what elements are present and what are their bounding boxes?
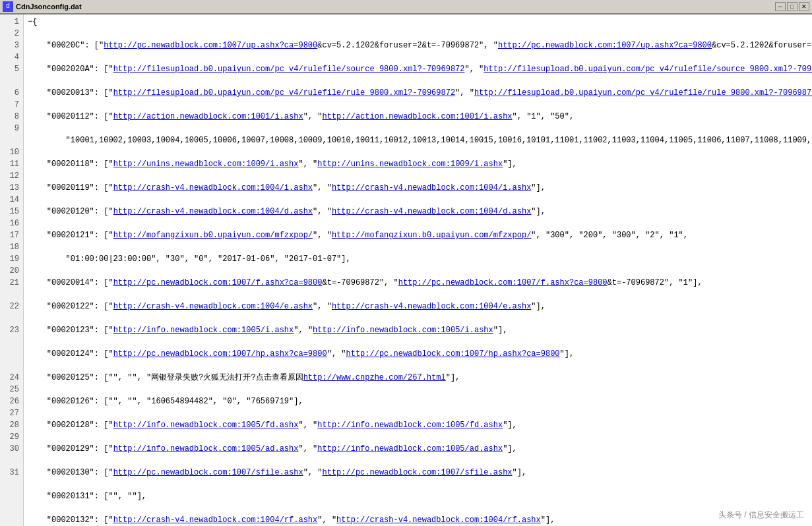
url-link[interactable]: http://info.newadblock.com:1005/i.ashx <box>313 326 493 335</box>
watermark: 头条号 / 信息安全搬运工 <box>716 508 807 522</box>
line-content: "00020128": ["http://info.newadblock.com… <box>28 419 808 431</box>
line-content: "00020122": ["http://crash-v4.newadblock… <box>28 301 808 312</box>
line-content: "00020129": ["http://info.newadblock.com… <box>28 443 808 455</box>
line-content: "00020123": ["http://info.newadblock.com… <box>28 324 808 336</box>
url-link[interactable]: http://action.newadblock.com:1001/i.ashx <box>322 112 512 121</box>
url-link[interactable]: http://crash-v4.newadblock.com:1004/rf.a… <box>336 515 541 525</box>
line-content: "0002020A": ["http://filesupload.b0.upai… <box>28 63 808 75</box>
url-link[interactable]: http://crash-v4.newadblock.com:1004/e.as… <box>332 302 531 311</box>
url-link[interactable]: http://filesupload.b0.upaiyun.com/pc_v4/… <box>113 65 465 74</box>
line-content: "00020118": ["http://unins.newadblock.co… <box>28 158 808 170</box>
line-content: "01:00:00|23:00:00", "30", "0", "2017-01… <box>28 253 808 265</box>
url-link[interactable]: http://pc.newadblock.com:1007/f.ashx?ca=… <box>113 278 323 287</box>
line-content: "00020121": ["http://mofangzixun.b0.upai… <box>28 229 808 241</box>
url-link[interactable]: http://pc.newadblock.com:1007/sfile.ashx <box>113 468 303 477</box>
url-link[interactable]: http://pc.newadblock.com:1007/up.ashx?ca… <box>104 41 317 50</box>
line-content: "00020013": ["http://filesupload.b0.upai… <box>28 87 808 99</box>
url-link[interactable]: http://pc.newadblock.com:1007/f.ashx?ca=… <box>398 278 608 287</box>
line-content: "00020132": ["http://crash-v4.newadblock… <box>28 514 808 526</box>
url-link[interactable]: http://crash-v4.newadblock.com:1004/e.as… <box>113 302 313 311</box>
maximize-button[interactable]: □ <box>787 2 797 11</box>
url-link[interactable]: http://info.newadblock.com:1005/i.ashx <box>113 326 294 335</box>
line-content: "00020120": ["http://crash-v4.newadblock… <box>28 206 808 218</box>
url-link[interactable]: http://pc.newadblock.com:1007/up.ashx?ca… <box>498 41 712 50</box>
line-content: "00020119": ["http://crash-v4.newadblock… <box>28 182 808 194</box>
line-content: "00020126": ["", "", "160654894482", "0"… <box>28 395 808 407</box>
url-link[interactable]: http://mofangzixun.b0.upaiyun.com/mfzxpo… <box>113 231 313 240</box>
line-content: "00020124": ["http://pc.newadblock.com:1… <box>28 348 808 360</box>
line-content: "00020112": ["http://action.newadblock.c… <box>28 111 808 123</box>
url-link[interactable]: http://info.newadblock.com:1005/ad.ashx <box>317 444 503 453</box>
url-link[interactable]: http://crash-v4.newadblock.com:1004/rf.a… <box>113 515 318 525</box>
title-text: CdnJsonconfig.dat <box>16 3 775 11</box>
window-controls: ─ □ ✕ <box>775 2 809 11</box>
url-link[interactable]: http://filesupload.b0.upaiyun.com/pc_v4/… <box>113 88 455 98</box>
url-link[interactable]: http://unins.newadblock.com:1009/i.ashx <box>113 160 299 169</box>
url-link[interactable]: http://crash-v4.newadblock.com:1004/d.as… <box>113 207 313 216</box>
line-content: "00020C": ["http://pc.newadblock.com:100… <box>28 40 808 51</box>
line-content: "00020131": ["", ""], <box>28 490 808 502</box>
line-content: −{ <box>28 16 808 28</box>
url-link[interactable]: http://filesupload.b0.upaiyun.com/pc_v4/… <box>484 65 812 74</box>
line-content: "00020125": ["", "", "网银登录失败?火狐无法打开?点击查看… <box>28 372 808 384</box>
url-link[interactable]: http://crash-v4.newadblock.com:1004/i.as… <box>113 183 313 192</box>
url-link[interactable]: http://info.newadblock.com:1005/fd.ashx <box>317 421 503 430</box>
url-link[interactable]: http://action.newadblock.com:1001/i.ashx <box>113 112 303 121</box>
url-link[interactable]: http://info.newadblock.com:1005/fd.ashx <box>113 421 299 430</box>
url-link[interactable]: http://unins.newadblock.com:1009/i.ashx <box>317 160 503 169</box>
url-link[interactable]: http://mofangzixun.b0.upaiyun.com/mfzxpo… <box>332 231 531 240</box>
url-link[interactable]: http://crash-v4.newadblock.com:1004/d.as… <box>332 207 531 216</box>
url-link[interactable]: http://pc.newadblock.com:1007/sfile.ashx <box>322 468 512 477</box>
line-content: "00020014": ["http://pc.newadblock.com:1… <box>28 277 808 289</box>
url-link[interactable]: http://crash-v4.newadblock.com:1004/i.as… <box>332 183 531 192</box>
url-link[interactable]: http://pc.newadblock.com:1007/hp.ashx?ca… <box>113 349 327 359</box>
line-numbers: 1 2 3 4 5 6 7 8 9 10 11 12 13 14 15 16 1… <box>0 15 24 526</box>
url-link[interactable]: http://www.cnpzhe.com/267.html <box>303 373 446 382</box>
file-icon: d <box>3 1 13 12</box>
minimize-button[interactable]: ─ <box>775 2 786 11</box>
editor-area: 1 2 3 4 5 6 7 8 9 10 11 12 13 14 15 16 1… <box>0 15 812 526</box>
url-link[interactable]: http://info.newadblock.com:1005/ad.ashx <box>113 444 299 453</box>
url-link[interactable]: http://filesupload.b0.upaiyun.com/pc_v4/… <box>474 88 812 98</box>
content-area[interactable]: −{ "00020C": ["http://pc.newadblock.com:… <box>24 15 812 526</box>
url-link[interactable]: http://pc.newadblock.com:1007/hp.ashx?ca… <box>346 349 560 359</box>
line-content: "10001,10002,10003,10004,10005,10006,100… <box>28 134 808 146</box>
line-content: "00020130": ["http://pc.newadblock.com:1… <box>28 467 808 479</box>
title-bar: d CdnJsonconfig.dat ─ □ ✕ <box>0 0 812 15</box>
close-button[interactable]: ✕ <box>799 2 809 11</box>
